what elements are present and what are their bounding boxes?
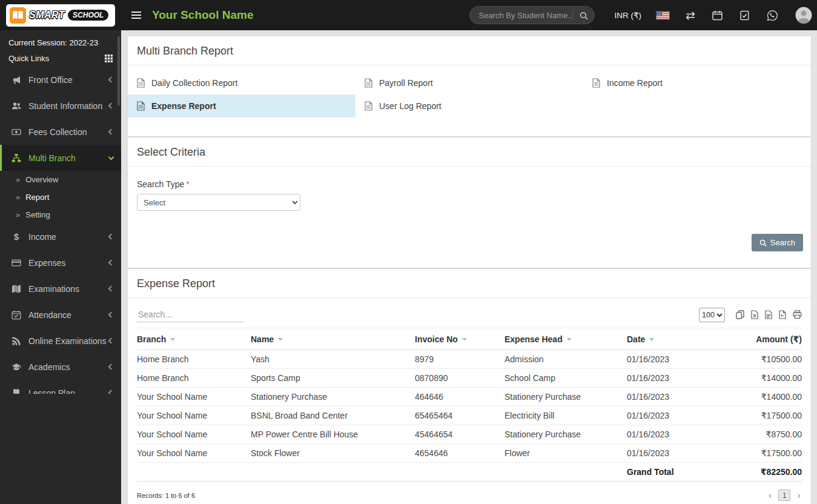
cell-expense-head: Stationery Purchase <box>504 388 627 406</box>
logo-text-school: SCHOOL <box>68 10 108 21</box>
previous-page-icon[interactable]: ‹ <box>767 490 773 500</box>
graduation-cap-icon <box>11 362 22 372</box>
table-footer: Records: 1 to 6 of 6 ‹ 1 › <box>128 482 811 504</box>
sidebar-scrollbar[interactable] <box>117 36 120 106</box>
search-icon[interactable] <box>572 10 592 21</box>
cell-invoice: 464646 <box>415 388 504 406</box>
column-header-branch[interactable]: Branch <box>137 328 251 350</box>
chevron-down-icon <box>108 154 114 160</box>
whatsapp-icon[interactable] <box>767 10 778 21</box>
cell-invoice: 65465464 <box>415 406 504 425</box>
copy-icon[interactable] <box>736 310 744 319</box>
column-header-invoice-no[interactable]: Invoice No <box>415 328 504 350</box>
excel-export-icon[interactable] <box>751 310 758 319</box>
report-link-label: Income Report <box>607 78 663 88</box>
sidebar-item-academics[interactable]: Academics <box>0 354 121 380</box>
cell-name: Yash <box>251 350 415 369</box>
link-payroll-report[interactable]: Payroll Report <box>356 71 583 94</box>
table-tools: 100 <box>699 308 802 322</box>
main-content: Multi Branch Report Daily Collection Rep… <box>121 30 817 504</box>
sort-caret-icon <box>462 338 467 341</box>
link-income-report[interactable]: Income Report <box>583 71 811 94</box>
page-size-select[interactable]: 100 <box>699 308 725 322</box>
student-search-input[interactable] <box>478 11 572 20</box>
sidebar-item-attendance[interactable]: Attendance <box>0 302 121 328</box>
app-logo[interactable]: SMART SCHOOL <box>6 4 115 27</box>
column-header-expense-head[interactable]: Expense Head <box>504 328 627 350</box>
column-header-date[interactable]: Date <box>627 328 715 350</box>
search-button[interactable]: Search <box>752 234 803 251</box>
report-link-label: Payroll Report <box>379 78 433 88</box>
file-text-icon <box>365 101 372 111</box>
chevron-left-icon <box>108 103 114 109</box>
link-expense-report[interactable]: Expense Report <box>128 94 356 118</box>
link-user-log-report[interactable]: User Log Report <box>356 94 583 118</box>
print-icon[interactable] <box>793 310 802 319</box>
sidebar-item-student-information[interactable]: Student Information <box>0 93 121 119</box>
cell-amount: ₹8750.00 <box>715 425 802 444</box>
quick-links-grid-icon[interactable] <box>105 55 113 62</box>
double-angle-icon: » <box>16 193 20 202</box>
criteria-form: Search Type* Select <box>128 167 811 211</box>
navbar-right-cluster: INR (₹) ⇄ <box>469 6 817 24</box>
sidebar-toggle-hamburger-icon[interactable] <box>129 9 144 21</box>
sidebar-item-online-examinations[interactable]: Online Examinations <box>0 328 121 354</box>
branch-exchange-icon[interactable]: ⇄ <box>686 10 695 21</box>
next-page-icon[interactable]: › <box>796 490 802 500</box>
cell-expense-head: Electricity Bill <box>504 406 627 425</box>
report-link-label: Daily Collection Report <box>151 78 237 88</box>
calendar-icon[interactable] <box>712 10 723 21</box>
column-header-name[interactable]: Name <box>251 328 415 350</box>
cell-branch: Home Branch <box>137 350 251 369</box>
empty-cell <box>415 463 504 482</box>
cell-amount: ₹10500.00 <box>715 350 802 369</box>
student-search-box <box>469 6 595 24</box>
sidebar-item-front-office[interactable]: Front Office <box>0 67 121 93</box>
language-flag-icon[interactable] <box>656 11 670 20</box>
cell-amount: ₹17500.00 <box>715 444 802 463</box>
table-row: Your School Name Stock Flower 4654646 Fl… <box>137 444 802 463</box>
credit-card-icon <box>11 258 22 268</box>
select-criteria-card: Select Criteria Search Type* Select Sear… <box>128 138 811 268</box>
expense-table-wrapper: Branch Name Invoice No Expense Head Date… <box>128 328 811 482</box>
double-angle-icon: » <box>16 210 20 219</box>
report-link-label: Expense Report <box>151 101 216 111</box>
sidebar-item-income[interactable]: $ Income <box>0 224 121 250</box>
search-button-label: Search <box>770 238 795 247</box>
submenu-item-overview[interactable]: » Overview <box>0 171 121 188</box>
report-links-grid: Daily Collection Report Payroll Report I… <box>128 65 811 136</box>
sidebar-item-expenses[interactable]: Expenses <box>0 250 121 276</box>
sidebar-item-fees-collection[interactable]: Fees Collection <box>0 119 121 145</box>
cell-name: Sports Camp <box>251 369 415 388</box>
table-row: Your School Name MP Power Centre Bill Ho… <box>137 425 802 444</box>
double-angle-icon: » <box>16 175 20 184</box>
csv-export-icon[interactable] <box>765 310 772 319</box>
money-icon <box>11 127 22 137</box>
submenu-item-report[interactable]: » Report <box>0 188 121 206</box>
column-header-amount[interactable]: Amount (₹) <box>715 328 802 350</box>
table-search-input[interactable] <box>137 307 243 322</box>
column-label: Expense Head <box>504 334 563 344</box>
sidebar-item-multi-branch[interactable]: Multi Branch <box>0 145 121 171</box>
user-avatar[interactable] <box>795 7 812 24</box>
search-type-select[interactable]: Select <box>137 194 300 211</box>
sort-caret-icon <box>170 338 175 341</box>
expense-table: Branch Name Invoice No Expense Head Date… <box>137 328 802 482</box>
grand-total-amount: ₹82250.00 <box>715 463 802 482</box>
map-icon <box>11 284 22 294</box>
chevron-left-icon <box>108 286 114 292</box>
file-text-icon <box>137 78 145 88</box>
todo-tasks-icon[interactable] <box>739 10 750 21</box>
cell-branch: Your School Name <box>137 444 251 463</box>
pdf-export-icon[interactable] <box>779 310 786 319</box>
submenu-item-setting[interactable]: » Setting <box>0 206 121 224</box>
sidebar-item-examinations[interactable]: Examinations <box>0 276 121 302</box>
page-number-button[interactable]: 1 <box>778 489 790 501</box>
cell-invoice: 0870890 <box>415 369 504 388</box>
link-daily-collection-report[interactable]: Daily Collection Report <box>128 71 356 94</box>
chevron-left-icon <box>108 312 114 318</box>
multi-branch-report-card: Multi Branch Report Daily Collection Rep… <box>128 36 811 136</box>
cell-branch: Your School Name <box>137 406 251 425</box>
sidebar-item-lesson-plan[interactable]: Lesson Plan <box>0 380 121 394</box>
currency-selector[interactable]: INR (₹) <box>614 10 641 20</box>
